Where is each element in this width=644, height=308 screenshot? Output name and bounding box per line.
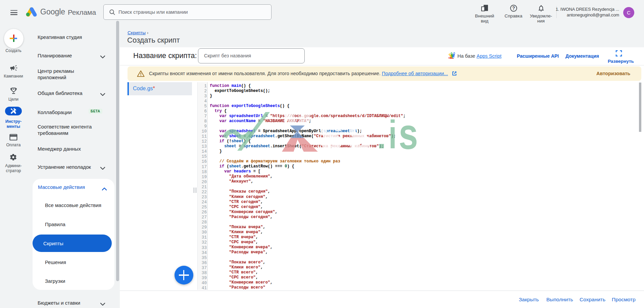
svg-text:?: ? xyxy=(512,5,515,11)
svg-text:s: s xyxy=(399,110,418,158)
svg-text:ss: ss xyxy=(319,110,376,159)
